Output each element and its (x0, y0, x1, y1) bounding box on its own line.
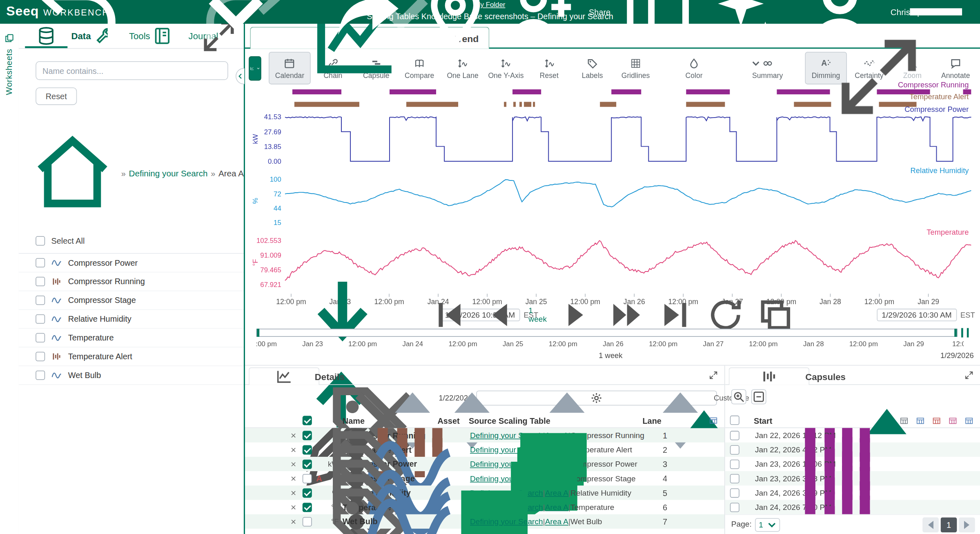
scaling-table-link[interactable]: Defining your Search (470, 517, 543, 526)
data-item-relative-humidity[interactable]: Relative Humidity (19, 310, 244, 329)
hamburger-menu-icon[interactable] (897, 0, 975, 59)
range-duration[interactable]: 1 week (528, 306, 547, 324)
timebar-tick-label: 12:00... (952, 340, 964, 347)
timebar-tick-label: Jan 29 (903, 340, 924, 347)
signal-icon (51, 295, 62, 305)
data-item-temperature[interactable]: Temperature (19, 329, 244, 347)
range-end-input[interactable]: 1/29/2026 10:30 AM (877, 309, 957, 321)
data-item-temperature-alert[interactable]: Temperature Alert (19, 347, 244, 366)
user-menu[interactable]: Christopher (791, 0, 889, 59)
timebar-duration: 1 week (599, 351, 622, 360)
display-type-picker[interactable] (249, 56, 261, 80)
worksheet-main: Trend CalendarChainCapsuleCompareOne Lan… (244, 24, 980, 534)
capsule-column-icon-5[interactable] (964, 416, 974, 426)
layout-icon[interactable] (619, 0, 697, 59)
toolbar-label: Labels (582, 71, 603, 79)
item-label: Temperature (68, 333, 114, 343)
next-page-button[interactable] (959, 517, 975, 532)
svg-text:°F: °F (252, 259, 259, 266)
header-select-all-checkbox[interactable] (303, 416, 312, 425)
search-reset-button[interactable]: Reset (36, 87, 77, 105)
data-item-wet-bulb[interactable]: Wet Bulb (19, 366, 244, 385)
svg-text:13.85: 13.85 (264, 143, 281, 151)
svg-text:Compressor Running: Compressor Running (898, 81, 969, 89)
signal-icon (51, 314, 62, 324)
search-input[interactable] (36, 61, 228, 80)
capsule-column-buttons (900, 416, 974, 426)
sidebar-collapse-handle[interactable] (236, 68, 244, 85)
svg-text:0.00: 0.00 (268, 158, 281, 165)
capsule-column-icon-2[interactable] (915, 416, 925, 426)
capsule-checkbox[interactable] (730, 445, 739, 454)
signal-icon (51, 370, 62, 380)
zoom-to-capsule-button[interactable] (731, 389, 746, 405)
svg-text:91.009: 91.009 (260, 251, 281, 259)
redo-button[interactable] (165, 0, 322, 59)
timebar-tick-label: 12:00 pm (849, 340, 878, 347)
capsule-checkbox[interactable] (730, 488, 739, 497)
data-item-compressor-power[interactable]: Compressor Power (19, 254, 244, 272)
condition-icon (51, 351, 62, 362)
toolbar-label: One Lane (447, 71, 478, 79)
timebar-tick-label: 12:00 pm (448, 340, 477, 347)
breadcrumb-search-link[interactable]: Defining your Search (129, 168, 208, 178)
item-checkbox[interactable] (36, 371, 45, 380)
unit-label: °F (321, 517, 339, 526)
timebar-right-grip[interactable] (961, 328, 969, 338)
row-checkbox[interactable] (303, 517, 312, 526)
details-table-icon[interactable] (709, 416, 718, 425)
capsule-column-icon-4[interactable] (948, 416, 958, 426)
current-page-button[interactable]: 1 (941, 517, 957, 532)
tag-icon (577, 57, 608, 69)
item-checkbox[interactable] (36, 352, 45, 361)
investigate-timebar: 12:00 pmJan 2312:00 pmJan 2412:00 pmJan … (245, 324, 980, 365)
breadcrumb-current: Area A (218, 168, 244, 178)
signal-icon (51, 332, 62, 343)
capsules-table-header: Start (725, 414, 980, 428)
details-table-body: Compressor RunningDefining your Search |… (245, 428, 724, 534)
condition-icon (51, 276, 62, 287)
capsules-select-all-checkbox[interactable] (730, 416, 739, 425)
share-button[interactable]: Share (589, 7, 610, 17)
capsule-checkbox[interactable] (730, 503, 739, 512)
timebar-tick-label: Jan 28 (803, 340, 824, 347)
item-checkbox[interactable] (36, 333, 45, 343)
updown-icon (534, 57, 564, 69)
lane-number: 5 (657, 488, 673, 497)
capsule-checkbox[interactable] (730, 459, 739, 469)
svg-text:72: 72 (274, 190, 281, 198)
capsule-column-icon-1[interactable] (900, 416, 909, 426)
undo-button[interactable] (0, 0, 157, 59)
data-item-compressor-running[interactable]: Compressor Running (19, 272, 244, 291)
select-all-row: Select All (36, 232, 244, 249)
svg-text:27.69: 27.69 (264, 128, 281, 136)
ai-sparkle-icon[interactable] (705, 0, 784, 59)
item-label: Compressor Running (68, 277, 145, 286)
scaling-table-link[interactable]: Area A (545, 517, 568, 526)
capsule-checkbox[interactable] (730, 474, 739, 483)
home-icon[interactable] (27, 126, 118, 220)
remove-item-icon[interactable] (290, 518, 297, 525)
timebar-tick-label: Jan 26 (603, 340, 624, 347)
breadcrumb: » Defining your Search » Area A (27, 126, 244, 220)
worksheets-strip[interactable]: Worksheets (0, 24, 19, 534)
data-item-compressor-stage[interactable]: Compressor Stage (19, 291, 244, 310)
select-all-checkbox[interactable] (36, 236, 45, 245)
page-size-select[interactable]: 1 (755, 518, 780, 532)
capsule-checkbox[interactable] (730, 431, 739, 440)
timebar-slider[interactable] (256, 329, 958, 337)
item-checkbox[interactable] (36, 277, 45, 286)
capsule-column-icon-3[interactable] (932, 416, 941, 426)
add-user-icon[interactable] (503, 0, 581, 59)
item-checkbox[interactable] (36, 258, 45, 267)
data-sidebar: Data Tools Journal Reset » Defining your… (19, 24, 244, 534)
details-row-wet-bulb: °FWet BulbDefining your Search | Area A … (245, 514, 724, 529)
item-label: Relative Humidity (68, 314, 131, 324)
item-checkbox[interactable] (36, 314, 45, 324)
updown-icon (448, 57, 478, 69)
prev-page-button[interactable] (922, 517, 939, 532)
item-checkbox[interactable] (36, 296, 45, 305)
toolbar-label: Color (685, 71, 702, 79)
page-label: Page: (731, 520, 752, 528)
asset-item-list: Compressor PowerCompressor RunningCompre… (19, 253, 244, 385)
